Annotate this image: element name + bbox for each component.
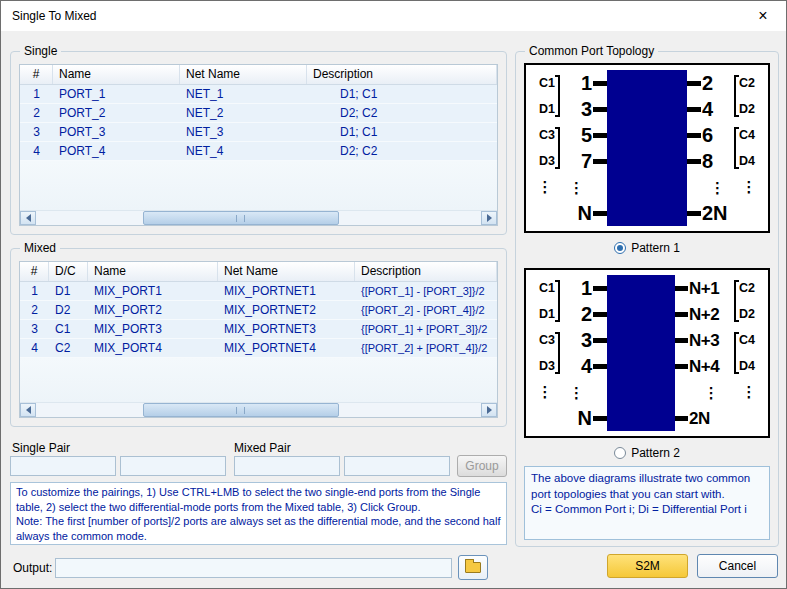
pin-number: N+3 xyxy=(688,332,734,349)
scroll-left-button[interactable] xyxy=(20,403,36,417)
cell-netname: NET_2 xyxy=(180,106,307,120)
cell-name: MIX_PORT1 xyxy=(88,284,218,298)
cell-netname: MIX_PORTNET3 xyxy=(218,322,355,336)
pin-number: 3 xyxy=(560,99,593,119)
mixed-pair-input-2[interactable] xyxy=(344,456,450,476)
cell-netname: MIX_PORTNET2 xyxy=(218,303,355,317)
pattern-1-diagram: C1 1 2 C2 D1 3 4 D2 C3 5 xyxy=(524,63,770,233)
pin-number: N+4 xyxy=(688,358,734,375)
port-label: C1 xyxy=(539,76,555,90)
port-label: C4 xyxy=(739,333,755,347)
mixed-table-row[interactable]: 3 C1 MIX_PORT3 MIX_PORTNET3 {[PORT_1] + … xyxy=(20,320,497,339)
mixed-pair-input-1[interactable] xyxy=(234,456,340,476)
instructions-box: To customize the pairings, 1) Use CTRL+L… xyxy=(10,482,507,545)
column-header-dc[interactable]: D/C xyxy=(49,262,88,281)
scroll-right-button[interactable] xyxy=(481,403,497,417)
cell-name: PORT_2 xyxy=(53,106,180,120)
single-table-row[interactable]: 2 PORT_2 NET_2 D2; C2 xyxy=(20,104,497,123)
chip-body xyxy=(607,301,675,327)
cancel-button[interactable]: Cancel xyxy=(697,554,778,578)
mixed-group-label: Mixed xyxy=(20,241,60,255)
pattern-1-radio[interactable]: Pattern 1 xyxy=(516,241,778,255)
topology-group-label: Common Port Topology xyxy=(525,44,658,58)
chip-body xyxy=(607,275,675,301)
single-pair-input-2[interactable] xyxy=(120,456,226,476)
pin xyxy=(687,211,701,216)
column-header-num[interactable]: # xyxy=(20,65,53,84)
scrollbar-thumb[interactable] xyxy=(143,403,339,417)
cell-num: 3 xyxy=(20,322,49,336)
single-pair-label: Single Pair xyxy=(12,441,70,455)
port-label: D3 xyxy=(539,154,555,168)
cell-num: 1 xyxy=(20,87,53,101)
cell-description: {[PORT_1] - [PORT_3]}/2 xyxy=(355,285,497,297)
pin xyxy=(687,133,701,138)
pin-number: N xyxy=(560,203,593,223)
cell-netname: NET_3 xyxy=(180,125,307,139)
cell-name: PORT_1 xyxy=(53,87,180,101)
mixed-table-hscrollbar[interactable] xyxy=(20,402,497,417)
mixed-group: Mixed # D/C Name Net Name Description 1 … xyxy=(10,248,507,427)
port-label: C3 xyxy=(539,333,555,347)
chip-body xyxy=(607,148,687,174)
browse-button[interactable] xyxy=(458,555,488,580)
single-table-hscrollbar[interactable] xyxy=(20,210,497,225)
pin-number: 2N xyxy=(688,410,734,427)
cell-description: D2; C2 xyxy=(307,144,497,158)
pin xyxy=(675,416,689,421)
port-label: C2 xyxy=(739,281,755,295)
pattern-2-radio-label: Pattern 2 xyxy=(631,446,680,460)
table-empty-area xyxy=(20,358,497,402)
chip-body xyxy=(607,122,687,148)
mixed-table-row[interactable]: 1 D1 MIX_PORT1 MIX_PORTNET1 {[PORT_1] - … xyxy=(20,282,497,301)
column-header-netname[interactable]: Net Name xyxy=(180,65,307,84)
cell-num: 4 xyxy=(20,341,49,355)
mixed-table-row[interactable]: 2 D2 MIX_PORT2 MIX_PORTNET2 {[PORT_2] - … xyxy=(20,301,497,320)
scroll-left-button[interactable] xyxy=(20,211,36,225)
cell-dc: D2 xyxy=(49,303,88,317)
single-table-row[interactable]: 4 PORT_4 NET_4 D2; C2 xyxy=(20,142,497,161)
scroll-right-button[interactable] xyxy=(481,211,497,225)
column-header-description[interactable]: Description xyxy=(355,262,497,281)
single-table-row[interactable]: 1 PORT_1 NET_1 D1; C1 xyxy=(20,85,497,104)
instructions-text: To customize the pairings, 1) Use CTRL+L… xyxy=(16,486,480,513)
close-icon: × xyxy=(758,8,767,24)
single-pair-input-1[interactable] xyxy=(10,456,116,476)
topology-description: The above diagrams illustrate two common… xyxy=(531,472,750,500)
mixed-table-row[interactable]: 4 C2 MIX_PORT4 MIX_PORTNET4 {[PORT_2] + … xyxy=(20,339,497,358)
column-header-name[interactable]: Name xyxy=(53,65,180,84)
scrollbar-thumb[interactable] xyxy=(143,211,339,225)
pin-number: 2 xyxy=(560,304,593,324)
diagram-row: D1 3 4 D2 xyxy=(530,96,764,122)
single-table-row[interactable]: 3 PORT_3 NET_3 D1; C1 xyxy=(20,123,497,142)
group-button[interactable]: Group xyxy=(457,455,507,477)
pin-number: N+1 xyxy=(688,280,734,297)
pattern-1-radio-label: Pattern 1 xyxy=(631,241,680,255)
pin xyxy=(593,107,607,112)
pin xyxy=(687,159,701,164)
pin-number: N+2 xyxy=(688,306,734,323)
port-label: C1 xyxy=(539,281,555,295)
output-path-input[interactable] xyxy=(55,558,452,578)
column-header-description[interactable]: Description xyxy=(307,65,497,84)
ellipsis-dots: ⋮ xyxy=(701,180,734,195)
scroll-left-icon xyxy=(26,214,31,222)
scrollbar-track[interactable] xyxy=(36,211,481,225)
column-header-name[interactable]: Name xyxy=(88,262,218,281)
column-header-num[interactable]: # xyxy=(20,262,49,281)
pin xyxy=(675,312,689,317)
cell-num: 4 xyxy=(20,144,53,158)
ellipsis-dots: ⋮ xyxy=(734,174,764,200)
s2m-button[interactable]: S2M xyxy=(607,554,688,578)
pin-number: 2 xyxy=(701,73,734,93)
cell-description: D1; C1 xyxy=(307,125,497,139)
column-header-netname[interactable]: Net Name xyxy=(218,262,355,281)
scrollbar-track[interactable] xyxy=(36,403,481,417)
cell-name: MIX_PORT2 xyxy=(88,303,218,317)
pattern-2-radio[interactable]: Pattern 2 xyxy=(516,446,778,460)
port-label: D2 xyxy=(739,102,755,116)
cell-netname: NET_1 xyxy=(180,87,307,101)
close-button[interactable]: × xyxy=(740,1,786,31)
common-port-topology-group: Common Port Topology C1 1 2 C2 D1 3 4 D2 xyxy=(515,51,779,547)
port-label: C2 xyxy=(739,76,755,90)
